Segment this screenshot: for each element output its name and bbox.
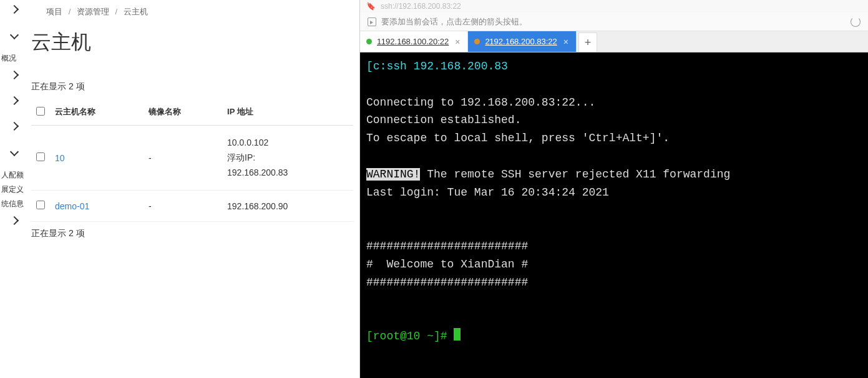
hint-bar: 要添加当前会话，点击左侧的箭头按钮。 (360, 12, 868, 31)
terminal-app: 🔖 ssh://192.168.200.83:22 要添加当前会话，点击左侧的箭… (359, 0, 868, 378)
sidebar-toggle-3[interactable] (0, 66, 25, 91)
tab-label: 192.168.100.20:22 (381, 37, 449, 46)
main-content: 项目 / 资源管理 / 云主机 云主机 正在显示 2 项 云主机名称 镜像名称 … (25, 0, 359, 378)
address-bar: 🔖 ssh://192.168.200.83:22 (360, 0, 868, 12)
term-banner: # Welcome to XianDian # (366, 258, 528, 271)
chevron-right-icon (10, 71, 19, 79)
col-header-image[interactable]: 镜像名称 (144, 99, 222, 126)
sidebar: 概况 人配额 展定义 统信息 (0, 0, 25, 378)
bookmark-icon[interactable]: 🔖 (366, 2, 376, 11)
term-prompt: ~]# (420, 330, 454, 342)
cloud-dashboard: 概况 人配额 展定义 统信息 项目 / 资源管理 / 云主机 云主机 正在显示 … (0, 0, 359, 378)
table-row: 10 - 10.0.0.102 浮动IP: 192.168.200.83 (31, 126, 353, 191)
sidebar-toggle-4[interactable] (0, 91, 25, 117)
refresh-icon[interactable] (851, 17, 861, 27)
chevron-right-icon (10, 5, 19, 14)
sidebar-item-quota[interactable]: 人配额 (0, 168, 25, 182)
term-line: [c:ssh 192.168.200.83 (366, 60, 508, 72)
row-checkbox[interactable] (36, 201, 45, 209)
instance-name-link[interactable]: demo-01 (55, 201, 89, 211)
term-warning-tag: WARNING! (366, 168, 420, 181)
sidebar-toggle-6[interactable] (0, 142, 25, 168)
tab-label: 192.168.200.83:22 (489, 37, 557, 46)
sidebar-toggle-1[interactable] (0, 0, 25, 26)
breadcrumb-item: 云主机 (124, 7, 148, 16)
term-prompt: [ (366, 330, 373, 342)
ip-value: 192.168.200.83 (227, 166, 348, 181)
breadcrumb-sep: / (69, 7, 71, 16)
term-line: The remote SSH server rejected X11 forwa… (420, 168, 730, 181)
status-dot-icon (366, 39, 372, 44)
cell-image: - (144, 126, 222, 191)
hint-text: 要添加当前会话，点击左侧的箭头按钮。 (381, 16, 527, 27)
chevron-down-icon (10, 147, 19, 156)
breadcrumb-item[interactable]: 项目 (46, 7, 62, 16)
term-line: To escape to local shell, press 'Ctrl+Al… (366, 132, 670, 144)
term-line: Last login: Tue Mar 16 20:34:24 2021 (366, 186, 609, 199)
select-all-checkbox[interactable] (36, 107, 45, 116)
instance-name-link[interactable]: 10 (55, 153, 65, 163)
sidebar-toggle-7[interactable] (0, 211, 25, 237)
close-tab-icon[interactable]: × (562, 37, 570, 47)
ip-label: 浮动IP: (227, 151, 348, 166)
list-count-top: 正在显示 2 项 (31, 75, 353, 99)
breadcrumb-sep: / (115, 7, 118, 16)
ip-value: 10.0.0.102 (227, 136, 348, 151)
term-line: Connecting to 192.168.200.83:22... (366, 96, 595, 109)
cursor-icon (454, 328, 461, 341)
cell-image: - (144, 191, 222, 222)
chevron-right-icon (10, 122, 19, 131)
term-line: Connection established. (366, 114, 521, 126)
term-banner: ######################## (366, 240, 528, 252)
term-banner: ######################## (366, 276, 528, 289)
col-header-name[interactable]: 云主机名称 (50, 99, 144, 126)
term-prompt-user: root@10 (373, 330, 421, 342)
cell-ip: 10.0.0.102 浮动IP: 192.168.200.83 (222, 126, 353, 191)
sidebar-item-overview[interactable]: 概况 (0, 51, 25, 66)
table-row: demo-01 - 192.168.200.90 (31, 191, 353, 222)
terminal-tab[interactable]: 1 192.168.100.20:22 × (360, 31, 468, 52)
sidebar-toggle-2[interactable] (0, 26, 25, 51)
chevron-right-icon (10, 216, 19, 225)
chevron-right-icon (10, 96, 19, 105)
sidebar-item-sysinfo[interactable]: 统信息 (0, 197, 25, 211)
address-text: ssh://192.168.200.83:22 (381, 2, 461, 11)
sidebar-toggle-5[interactable] (0, 117, 25, 142)
terminal-output[interactable]: [c:ssh 192.168.200.83 Connecting to 192.… (360, 52, 868, 378)
status-dot-icon (474, 39, 480, 44)
add-tab-button[interactable]: + (578, 32, 597, 52)
close-tab-icon[interactable]: × (454, 37, 461, 47)
add-session-arrow-icon[interactable] (368, 17, 376, 26)
chevron-down-icon (10, 31, 19, 39)
terminal-tabs: 1 192.168.100.20:22 × 2 192.168.200.83:2… (360, 31, 868, 52)
col-header-ip[interactable]: IP 地址 (222, 99, 353, 126)
cell-ip: 192.168.200.90 (222, 191, 353, 222)
instances-table: 云主机名称 镜像名称 IP 地址 10 - 10.0.0.102 浮动IP: 1… (31, 99, 353, 222)
row-checkbox[interactable] (36, 152, 45, 161)
breadcrumb: 项目 / 资源管理 / 云主机 (31, 0, 353, 24)
breadcrumb-item[interactable]: 资源管理 (77, 7, 109, 16)
page-title: 云主机 (31, 24, 353, 75)
terminal-tab[interactable]: 2 192.168.200.83:22 × (468, 31, 576, 52)
sidebar-item-definition[interactable]: 展定义 (0, 182, 25, 197)
list-count-bottom: 正在显示 2 项 (31, 222, 353, 246)
